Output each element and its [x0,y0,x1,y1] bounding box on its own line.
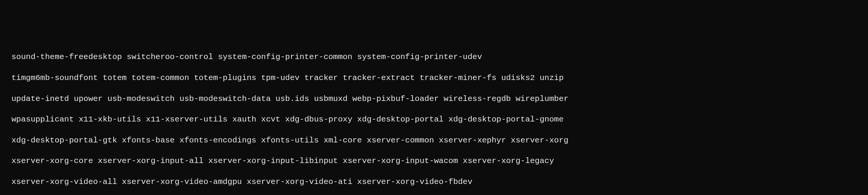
package-list-line: wpasupplicant x11-xkb-utils x11-xserver-… [0,114,868,125]
package-list-line: xserver-xorg-core xserver-xorg-input-all… [0,156,868,166]
package-list-line: xdg-desktop-portal-gtk xfonts-base xfont… [0,135,868,145]
package-list-line: xserver-xorg-video-all xserver-xorg-vide… [0,177,868,187]
package-list-line: timgm6mb-soundfont totem totem-common to… [0,73,868,83]
terminal-output: sound-theme-freedesktop switcheroo-contr… [0,42,868,195]
package-list-line: sound-theme-freedesktop switcheroo-contr… [0,52,868,62]
package-list-line: update-inetd upower usb-modeswitch usb-m… [0,94,868,104]
